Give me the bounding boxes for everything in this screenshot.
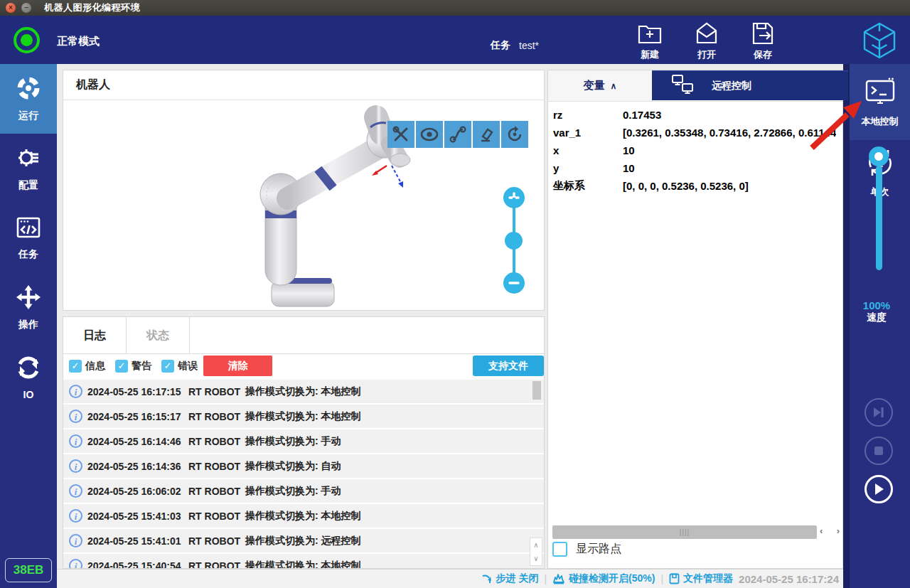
- log-entry-row: i 2024-05-25 16:06:02 RT ROBOT 操作模式切换为: …: [63, 479, 544, 503]
- log-panel: 日志 状态 ✓ 信息 ✓ 警告 ✓ 错误 清除 支持文件 i 2024-05-2…: [63, 316, 545, 569]
- filter-error-checkbox[interactable]: ✓: [161, 360, 174, 373]
- variables-collapse-tab[interactable]: 变量 ∧: [548, 70, 653, 101]
- log-entry-source: RT ROBOT: [188, 411, 245, 422]
- file-manager-button[interactable]: 文件管理器: [669, 572, 733, 585]
- variable-row: x 10: [548, 141, 842, 159]
- step-forward-button[interactable]: [864, 398, 893, 427]
- log-entry-source: RT ROBOT: [188, 486, 245, 497]
- variable-name: y: [553, 162, 623, 174]
- sidebar-item-label: 操作: [18, 319, 38, 331]
- window-close-button[interactable]: ×: [6, 3, 16, 13]
- window-minimize-button[interactable]: –: [21, 3, 31, 13]
- log-entry-row: i 2024-05-25 16:17:15 RT ROBOT 操作模式切换为: …: [63, 380, 544, 403]
- log-filter-row: ✓ 信息 ✓ 警告 ✓ 错误 清除 支持文件: [63, 354, 544, 378]
- clear-log-button[interactable]: 清除: [203, 356, 272, 376]
- log-entry-row: i 2024-05-25 16:14:46 RT ROBOT 操作模式切换为: …: [63, 429, 544, 453]
- save-task-button[interactable]: 保存: [737, 21, 788, 61]
- step-mode-label: 步进 关闭: [496, 572, 539, 585]
- variables-title: 变量: [584, 79, 605, 92]
- sidebar-item-run[interactable]: 运行: [0, 64, 57, 134]
- filter-info-checkbox[interactable]: ✓: [69, 360, 82, 373]
- new-task-label: 新建: [641, 48, 659, 61]
- sidebar-item-label: 运行: [18, 109, 38, 122]
- mode-indicator-icon: [14, 27, 40, 53]
- log-entry-time: 2024-05-25 15:41:03: [87, 511, 188, 522]
- task-label: 任务: [491, 39, 510, 52]
- sidebar-item-task[interactable]: 任务: [0, 203, 57, 273]
- log-entry-time: 2024-05-25 16:15:17: [87, 411, 188, 422]
- speed-label: 速度: [850, 311, 904, 324]
- filter-info-label: 信息: [85, 360, 105, 373]
- speed-slider-track[interactable]: [876, 166, 882, 270]
- log-entry-message: 操作模式切换为: 手动: [245, 485, 341, 498]
- path-icon: [449, 126, 466, 143]
- log-entry-message: 操作模式切换为: 本地控制: [245, 410, 361, 423]
- menu-item-remote-control[interactable]: 远程控制: [652, 70, 848, 100]
- play-button[interactable]: [864, 475, 893, 503]
- log-entry-source: RT ROBOT: [188, 560, 245, 570]
- step-mode-toggle[interactable]: 步进 关闭: [481, 572, 539, 585]
- new-task-button[interactable]: 新建: [624, 21, 675, 61]
- terminal-icon: [864, 77, 896, 109]
- variable-value: 10: [623, 162, 836, 174]
- filter-warning-checkbox[interactable]: ✓: [115, 360, 128, 373]
- sidebar-item-config[interactable]: 配置: [0, 134, 57, 203]
- sidebar-item-io[interactable]: IO: [0, 343, 57, 412]
- gear-icon: [16, 145, 41, 173]
- rotate-icon: [506, 126, 523, 143]
- scroll-up-icon[interactable]: ∧: [530, 538, 542, 552]
- variables-hscroll-arrows: ‹ ›: [820, 525, 840, 539]
- show-waypoints-checkbox[interactable]: [552, 542, 567, 557]
- tab-status[interactable]: 状态: [127, 317, 190, 354]
- speed-slider-handle[interactable]: [869, 146, 889, 166]
- info-icon: i: [69, 559, 82, 569]
- zoom-out-button[interactable]: [503, 272, 525, 294]
- scrollbar-grip-icon: ||||: [680, 528, 690, 536]
- robot-panel-title: 机器人: [63, 70, 544, 100]
- erase-button[interactable]: [473, 121, 500, 148]
- file-manager-icon: [669, 573, 680, 584]
- reset-view-button[interactable]: [501, 121, 528, 148]
- separator: |: [544, 573, 547, 584]
- sidebar-item-operate[interactable]: 操作: [0, 273, 57, 343]
- variables-panel: 变量 ∧ rz 0.17453 var_1 [0.3261, 0.35348, …: [547, 70, 843, 569]
- tools-button[interactable]: [387, 121, 414, 148]
- new-file-icon: [637, 21, 663, 48]
- chevron-up-icon: ∧: [611, 81, 617, 91]
- code-window-icon: [16, 215, 41, 242]
- scroll-right-icon[interactable]: ›: [837, 525, 840, 539]
- path-button[interactable]: [444, 121, 471, 148]
- zoom-slider-handle[interactable]: [505, 232, 523, 250]
- log-scrollbar[interactable]: [532, 381, 541, 538]
- remote-control-label: 远程控制: [712, 80, 751, 92]
- variable-value: [0, 0, 0, 0.5236, 0.5236, 0]: [623, 180, 836, 192]
- stop-icon: [874, 446, 884, 456]
- variable-name: 坐标系: [553, 179, 623, 193]
- info-icon: i: [69, 410, 82, 423]
- support-file-button[interactable]: 支持文件: [473, 356, 544, 376]
- robot-3d-viewport[interactable]: [63, 100, 544, 310]
- visibility-button[interactable]: [416, 121, 443, 148]
- play-icon: [873, 483, 884, 496]
- speed-value: 100%: [850, 299, 904, 311]
- variable-value: 0.17453: [623, 109, 836, 121]
- collision-detect-toggle[interactable]: 碰撞检测开启(50%): [552, 572, 655, 585]
- tab-log[interactable]: 日志: [63, 317, 127, 354]
- variable-row: y 10: [548, 159, 842, 177]
- open-file-icon: [694, 21, 719, 48]
- sidebar-item-label: 任务: [18, 248, 38, 261]
- stop-button[interactable]: [864, 437, 893, 465]
- variables-hscrollbar[interactable]: ||||: [552, 525, 817, 539]
- scroll-down-icon[interactable]: ∨: [530, 552, 542, 565]
- log-entry-message: 操作模式切换为: 自动: [245, 460, 341, 473]
- filter-warning-label: 警告: [132, 360, 151, 373]
- open-task-button[interactable]: 打开: [681, 21, 732, 61]
- log-entry-time: 2024-05-25 15:40:54: [87, 560, 188, 570]
- scroll-left-icon[interactable]: ‹: [820, 525, 823, 539]
- open-task-label: 打开: [697, 48, 716, 61]
- log-scrollbar-thumb[interactable]: [532, 381, 541, 400]
- log-entry-time: 2024-05-25 16:14:46: [87, 436, 188, 447]
- local-control-button[interactable]: 本地控制: [850, 64, 910, 140]
- info-icon: i: [69, 534, 82, 547]
- log-tabs: 日志 状态: [63, 317, 544, 354]
